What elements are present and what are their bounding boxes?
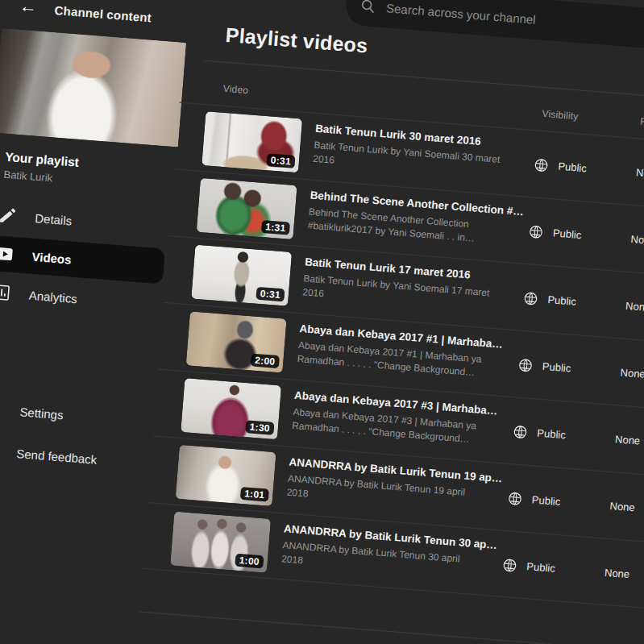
- visibility-cell[interactable]: Public: [531, 131, 589, 202]
- divider: [204, 60, 644, 101]
- visibility-label: Public: [558, 160, 587, 175]
- back-arrow-icon[interactable]: ←: [17, 0, 39, 18]
- sidebar-item-label: Details: [35, 210, 73, 227]
- duration-badge: 1:00: [235, 554, 264, 569]
- sidebar-item-settings[interactable]: Settings: [19, 405, 64, 422]
- search-icon: [360, 0, 376, 14]
- public-globe-icon: [534, 157, 549, 172]
- column-header-visibility[interactable]: Visibility: [542, 108, 579, 122]
- page-title: Playlist videos: [225, 23, 368, 58]
- visibility-cell[interactable]: Public: [500, 531, 558, 602]
- visibility-label: Public: [537, 427, 566, 442]
- videos-icon: [0, 243, 15, 264]
- sidebar-item-label: Analytics: [28, 288, 77, 305]
- video-thumbnail[interactable]: 1:01: [176, 445, 276, 506]
- restrictions-cell: None: [628, 206, 644, 274]
- public-globe-icon: [523, 290, 538, 305]
- sidebar-item-label: Videos: [31, 249, 72, 266]
- playlist-subtitle: Batik Lurik: [3, 168, 53, 185]
- public-globe-icon: [528, 224, 543, 239]
- duration-badge: 1:01: [240, 487, 269, 502]
- restrictions-cell: None: [634, 139, 644, 207]
- visibility-cell[interactable]: Public: [510, 397, 568, 468]
- visibility-label: Public: [526, 560, 555, 575]
- channel-content-header: Channel content: [54, 3, 152, 24]
- youtube-studio-page: Search across your channel ← Channel con…: [0, 0, 644, 644]
- duration-badge: 1:31: [261, 220, 290, 235]
- analytics-icon: [0, 282, 12, 303]
- playlist-thumbnail[interactable]: [0, 28, 186, 147]
- duration-badge: 2:00: [251, 353, 280, 368]
- visibility-label: Public: [542, 360, 571, 375]
- column-header-restrictions[interactable]: Restrictions: [640, 115, 644, 131]
- restrictions-cell: None: [602, 539, 632, 608]
- restrictions-cell: None: [607, 472, 637, 541]
- channel-search-bar[interactable]: Search across your channel: [344, 0, 644, 55]
- visibility-cell[interactable]: Public: [526, 197, 584, 268]
- video-thumbnail[interactable]: 0:31: [191, 245, 292, 306]
- video-thumbnail[interactable]: 1:31: [197, 178, 297, 239]
- screenshot-viewport: Search across your channel ← Channel con…: [0, 0, 644, 644]
- visibility-label: Public: [531, 493, 560, 508]
- duration-badge: 0:31: [266, 153, 295, 168]
- duration-badge: 1:30: [245, 420, 274, 435]
- sidebar-item-send-feedback[interactable]: Send feedback: [16, 447, 98, 467]
- video-thumbnail[interactable]: 0:31: [202, 111, 302, 172]
- visibility-label: Public: [552, 226, 581, 241]
- public-globe-icon: [502, 557, 517, 572]
- public-globe-icon: [517, 357, 533, 372]
- video-thumbnail[interactable]: 1:30: [181, 378, 281, 439]
- visibility-cell[interactable]: Public: [516, 331, 574, 402]
- column-header-video[interactable]: Video: [222, 83, 248, 96]
- visibility-cell[interactable]: Public: [521, 264, 579, 335]
- playlist-title: Your playlist: [5, 150, 80, 170]
- search-placeholder: Search across your channel: [386, 1, 537, 27]
- public-globe-icon: [513, 424, 528, 439]
- video-thumbnail[interactable]: 2:00: [186, 311, 287, 372]
- table-footer-divider: [139, 612, 644, 644]
- restrictions-cell: None: [623, 272, 644, 341]
- pencil-icon: [0, 205, 19, 226]
- video-thumbnail[interactable]: 1:00: [170, 512, 271, 573]
- restrictions-cell: None: [617, 339, 644, 408]
- visibility-label: Public: [547, 293, 576, 308]
- restrictions-cell: None: [613, 405, 642, 474]
- public-globe-icon: [507, 491, 522, 506]
- visibility-cell[interactable]: Public: [505, 464, 563, 535]
- duration-badge: 0:31: [256, 287, 285, 302]
